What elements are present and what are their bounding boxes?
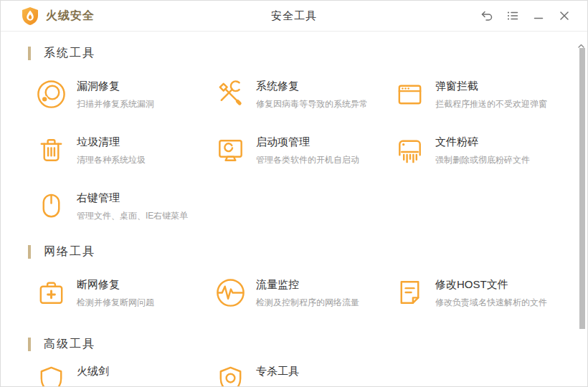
startup-manager-icon: [214, 134, 247, 166]
tool-name: 漏洞修复: [77, 79, 154, 93]
tool-desc: 强制删除或彻底粉碎文件: [435, 154, 530, 166]
system-repair-icon: [214, 78, 247, 110]
tool-popup-blocker[interactable]: 弹窗拦截 拦截程序推送的不受欢迎弹窗: [394, 78, 573, 110]
minimize-button[interactable]: [526, 1, 551, 31]
back-icon: [480, 9, 493, 22]
app-window: 火绒安全 安全工具: [0, 0, 588, 387]
section-title: 高级工具: [44, 337, 95, 352]
tool-desc: 修改负责域名快速解析的文件: [435, 297, 547, 309]
section-header-network-tools: 网络工具: [28, 244, 587, 259]
brand: 火绒安全: [21, 6, 95, 26]
right-click-manager-icon: [35, 190, 67, 222]
host-file-icon: [394, 277, 426, 309]
scroll-up-arrow-icon[interactable]: [578, 38, 584, 42]
tool-name: 弹窗拦截: [435, 79, 547, 93]
section-bar: [28, 245, 31, 259]
tool-desc: 检测及控制程序的网络流量: [256, 297, 359, 309]
tool-name: 火绒剑: [77, 364, 109, 378]
tool-name: 垃圾清理: [77, 135, 146, 149]
section-header-system-tools: 系统工具: [28, 45, 587, 61]
section-title: 网络工具: [44, 244, 95, 259]
app-name: 火绒安全: [46, 9, 95, 24]
network-repair-icon: [35, 277, 67, 309]
tool-name: 断网修复: [77, 277, 154, 292]
tool-traffic-monitor[interactable]: 流量监控 检测及控制程序的网络流量: [214, 277, 394, 309]
tool-desc: 管理文件、桌面、IE右键菜单: [77, 210, 188, 222]
close-button[interactable]: [551, 1, 577, 31]
system-tools-grid: 漏洞修复 扫描并修复系统漏洞 系统修复 修复因病毒等导致的系统异常: [35, 78, 587, 222]
tool-junk-clean[interactable]: 垃圾清理 清理各种系统垃圾: [35, 134, 214, 166]
tool-right-click-manager[interactable]: 右键管理 管理文件、桌面、IE右键菜单: [35, 190, 214, 222]
junk-clean-icon: [35, 134, 67, 166]
tool-file-shredder[interactable]: 文件粉碎 强制删除或彻底粉碎文件: [394, 134, 573, 166]
advanced-tools-grid: 火绒剑 专杀工具: [35, 363, 587, 387]
menu-button[interactable]: [500, 1, 526, 31]
traffic-monitor-icon: [214, 277, 247, 309]
special-kill-icon: [214, 363, 247, 387]
titlebar: 火绒安全 安全工具: [1, 1, 587, 32]
tool-name: 系统修复: [256, 79, 368, 93]
tool-network-repair[interactable]: 断网修复 检测并修复断网问题: [35, 277, 214, 309]
close-icon: [558, 9, 571, 22]
tool-name: 修改HOST文件: [435, 277, 547, 292]
tool-vulnerability-fix[interactable]: 漏洞修复 扫描并修复系统漏洞: [35, 78, 214, 110]
tool-host-file[interactable]: 修改HOST文件 修改负责域名快速解析的文件: [394, 277, 573, 309]
tool-desc: 拦截程序推送的不受欢迎弹窗: [435, 98, 547, 110]
titlebar-actions: [474, 1, 577, 31]
scrollbar-thumb[interactable]: [579, 48, 585, 329]
section-header-advanced-tools: 高级工具: [28, 336, 587, 352]
tool-desc: 管理各类软件的开机自启动: [256, 154, 359, 166]
huorong-sword-icon: [35, 363, 67, 387]
back-button[interactable]: [474, 1, 500, 31]
popup-blocker-icon: [394, 78, 426, 110]
network-tools-grid: 断网修复 检测并修复断网问题 流量监控 检测及控制程序的网络流量: [35, 277, 587, 309]
scrollbar-track[interactable]: [576, 32, 587, 386]
tool-huorong-sword[interactable]: 火绒剑: [35, 363, 214, 387]
file-shredder-icon: [394, 134, 426, 166]
vulnerability-fix-icon: [35, 78, 67, 110]
tool-name: 流量监控: [256, 277, 359, 292]
section-bar: [28, 47, 31, 60]
huorong-logo-icon: [21, 6, 39, 26]
menu-list-icon: [506, 9, 519, 22]
minimize-icon: [532, 9, 545, 22]
tool-system-repair[interactable]: 系统修复 修复因病毒等导致的系统异常: [214, 78, 394, 110]
section-bar: [28, 338, 31, 351]
tool-desc: 检测并修复断网问题: [77, 297, 154, 309]
tool-desc: 扫描并修复系统漏洞: [77, 98, 154, 110]
tool-name: 启动项管理: [256, 135, 359, 149]
tool-special-kill[interactable]: 专杀工具: [214, 363, 394, 387]
tool-name: 文件粉碎: [435, 135, 530, 149]
tool-startup-manager[interactable]: 启动项管理 管理各类软件的开机自启动: [214, 134, 394, 166]
tool-name: 右键管理: [77, 191, 188, 205]
tool-desc: 清理各种系统垃圾: [77, 154, 146, 166]
tool-name: 专杀工具: [256, 364, 299, 378]
section-title: 系统工具: [44, 46, 95, 61]
tool-desc: 修复因病毒等导致的系统异常: [256, 98, 368, 110]
